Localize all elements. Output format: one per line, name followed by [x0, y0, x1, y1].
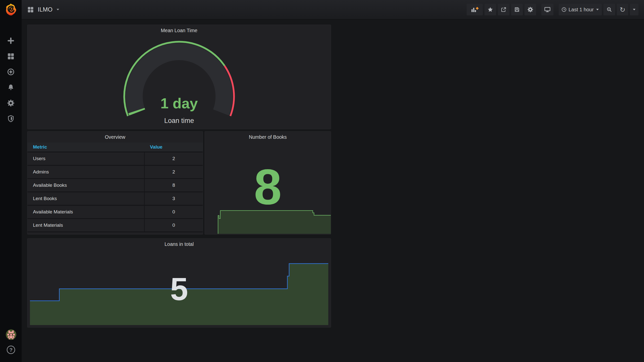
- panel-title[interactable]: Mean Loan Time: [27, 25, 331, 33]
- sidebar-nav: [0, 37, 22, 123]
- question-mark-icon: ?: [6, 345, 16, 354]
- cycle-view-button[interactable]: [541, 4, 553, 15]
- compass-icon: [7, 68, 15, 76]
- sidebar: ?: [0, 0, 22, 362]
- add-panel-icon: [471, 7, 478, 13]
- panel-title[interactable]: Number of Books: [205, 131, 331, 140]
- navbar-actions: Last 1 hour ↻: [467, 4, 638, 15]
- caret-down-icon: [56, 9, 59, 11]
- loans-stat-value: 5: [27, 272, 331, 306]
- caret-down-icon: [633, 9, 636, 11]
- refresh-interval-button[interactable]: [630, 4, 638, 15]
- metric-cell: Available Materials: [27, 205, 144, 219]
- value-cell: 3: [144, 192, 203, 205]
- table-row: Lent Books3: [27, 192, 203, 205]
- user-avatar[interactable]: [6, 329, 16, 340]
- zoom-out-button[interactable]: [603, 4, 615, 15]
- panel-overview: Overview MetricValue Users2Admins2Availa…: [27, 131, 203, 235]
- navbar: ILMO: [22, 0, 644, 20]
- gear-icon: [7, 99, 15, 107]
- panel-loans-in-total: Loans in total 5: [27, 238, 331, 328]
- overview-table: MetricValue Users2Admins2Available Books…: [27, 143, 203, 232]
- help-button[interactable]: ?: [6, 345, 16, 354]
- gauge-field-label: Loan time: [27, 117, 331, 125]
- save-icon: [514, 7, 520, 13]
- sidebar-item-configuration[interactable]: [7, 99, 15, 107]
- metric-cell: Users: [27, 152, 144, 165]
- svg-text:?: ?: [9, 347, 13, 353]
- dashboard-title-button[interactable]: ILMO: [27, 6, 59, 13]
- value-cell: 0: [144, 219, 203, 232]
- dashboard-icon: [27, 6, 34, 13]
- value-cell: 2: [144, 152, 203, 165]
- books-stat-value: 8: [205, 161, 331, 213]
- panel-number-of-books: Number of Books 8: [205, 131, 331, 235]
- table-header: MetricValue: [27, 143, 203, 152]
- star-icon: [487, 7, 493, 13]
- caret-down-icon: [596, 9, 599, 11]
- zoom-out-icon: [606, 7, 612, 13]
- sidebar-item-dashboards[interactable]: [7, 52, 15, 60]
- overview-column-header[interactable]: Value: [144, 143, 203, 152]
- sidebar-item-server-admin[interactable]: [7, 115, 15, 123]
- grafana-logo-icon: [4, 3, 17, 16]
- overview-column-header[interactable]: Metric: [27, 143, 144, 152]
- share-button[interactable]: [498, 4, 509, 15]
- metric-cell: Lent Materials: [27, 219, 144, 232]
- table-row: Admins2: [27, 165, 203, 179]
- panel-title[interactable]: Loans in total: [27, 239, 331, 247]
- clock-icon: [561, 7, 567, 12]
- metric-cell: Available Books: [27, 179, 144, 192]
- gear-icon: [527, 7, 533, 13]
- bell-icon: [7, 84, 15, 91]
- time-range-label: Last 1 hour: [569, 7, 594, 13]
- value-cell: 0: [144, 205, 203, 219]
- gauge-value: 1 day: [27, 95, 331, 112]
- time-picker-button[interactable]: Last 1 hour: [559, 4, 602, 15]
- refresh-button[interactable]: ↻: [617, 4, 628, 15]
- star-button[interactable]: [485, 4, 496, 15]
- metric-cell: Lent Books: [27, 192, 144, 205]
- panel-mean-loan-time: Mean Loan Time 1 day Loan time: [27, 25, 331, 129]
- dashboard-title: ILMO: [38, 6, 53, 13]
- refresh-icon: ↻: [620, 6, 625, 13]
- avatar-image: [6, 329, 16, 340]
- dashboards-grid-icon: [7, 53, 15, 60]
- table-row: Lent Materials0: [27, 219, 203, 232]
- table-row: Available Materials0: [27, 205, 203, 219]
- metric-cell: Admins: [27, 165, 144, 179]
- monitor-icon: [544, 7, 551, 13]
- save-button[interactable]: [511, 4, 523, 15]
- table-row: Users2: [27, 152, 203, 165]
- sidebar-item-explore[interactable]: [7, 68, 15, 76]
- dashboard-settings-button[interactable]: [525, 4, 536, 15]
- shield-icon: [7, 115, 15, 122]
- value-cell: 2: [144, 165, 203, 179]
- panel-title[interactable]: Overview: [27, 131, 203, 140]
- add-panel-button[interactable]: [467, 4, 483, 15]
- gauge-chart: [27, 25, 331, 129]
- plus-icon: [7, 37, 15, 44]
- sidebar-item-alerting[interactable]: [7, 83, 15, 92]
- value-cell: 8: [144, 179, 203, 192]
- share-icon: [501, 7, 507, 13]
- grafana-logo[interactable]: [4, 3, 17, 16]
- table-row: Available Books8: [27, 179, 203, 192]
- sidebar-item-create[interactable]: [7, 37, 15, 45]
